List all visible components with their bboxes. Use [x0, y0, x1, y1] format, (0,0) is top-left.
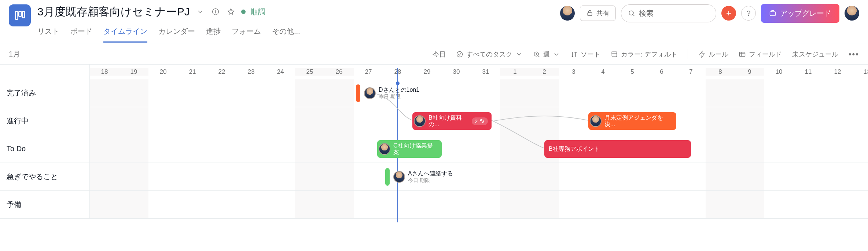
- bolt-icon: [698, 51, 706, 58]
- svg-rect-1: [19, 11, 21, 16]
- member-avatar[interactable]: [560, 6, 575, 21]
- section-label[interactable]: 進行中: [0, 107, 90, 135]
- zoom-icon: [533, 51, 540, 58]
- date-cell: 2: [530, 68, 559, 76]
- search-placeholder: 検索: [639, 8, 654, 18]
- svg-rect-7: [588, 12, 592, 15]
- user-avatar[interactable]: [845, 6, 859, 21]
- info-icon[interactable]: [210, 7, 221, 17]
- section-label[interactable]: To Do: [0, 135, 90, 163]
- date-cell: 21: [178, 68, 207, 76]
- project-title: 3月度既存顧客向けセミナーPJ: [37, 4, 190, 19]
- chevron-down-icon: [515, 51, 523, 58]
- add-button[interactable]: +: [721, 6, 736, 21]
- more-icon[interactable]: •••: [849, 50, 859, 59]
- date-cell: 18: [90, 68, 119, 76]
- briefcase-icon: [769, 10, 776, 17]
- task-monthly-agenda[interactable]: 月末定例アジェンダを決...: [588, 112, 676, 130]
- date-cell: 25: [295, 68, 324, 76]
- tab-3[interactable]: カレンダー: [158, 23, 195, 43]
- date-cell: 24: [266, 68, 295, 76]
- assignee-avatar: [414, 115, 426, 127]
- task-milestone[interactable]: [385, 168, 390, 186]
- divider: [688, 49, 688, 59]
- project-dropdown-icon[interactable]: [195, 7, 205, 17]
- svg-rect-0: [15, 11, 18, 19]
- date-cell: 20: [148, 68, 178, 76]
- tab-5[interactable]: フォーム: [232, 23, 261, 43]
- section-label[interactable]: 予備: [0, 191, 90, 218]
- date-cell: 27: [354, 68, 383, 76]
- svg-point-8: [629, 11, 633, 15]
- date-cell: 12: [823, 68, 852, 76]
- assignee-avatar: [393, 171, 405, 183]
- tab-2[interactable]: タイムライン: [103, 23, 147, 43]
- section-label[interactable]: 完了済み: [0, 79, 90, 107]
- date-cell: 7: [676, 68, 706, 76]
- svg-point-5: [215, 10, 216, 10]
- upgrade-button[interactable]: アップグレード: [761, 4, 839, 23]
- search-input[interactable]: 検索: [621, 4, 716, 22]
- svg-marker-18: [699, 51, 704, 57]
- tab-6[interactable]: その他...: [272, 23, 300, 43]
- unscheduled-button[interactable]: 未スケジュール: [792, 50, 838, 59]
- assignee-avatar: [364, 87, 376, 99]
- task-milestone[interactable]: [356, 84, 360, 102]
- date-cell: 4: [588, 68, 618, 76]
- status-dot-icon: [241, 10, 246, 14]
- date-cell: 10: [764, 68, 794, 76]
- sort-icon: [570, 51, 578, 58]
- filter-button[interactable]: すべてのタスク: [456, 50, 523, 59]
- upgrade-label: アップグレード: [780, 8, 831, 18]
- star-icon[interactable]: [226, 7, 236, 17]
- color-button[interactable]: カラー: デフォルト: [611, 50, 677, 59]
- date-cell: 28: [383, 68, 412, 76]
- tabs: リストボードタイムラインカレンダー進捗フォームその他...: [37, 23, 560, 43]
- lane-canvas[interactable]: B社向け資料の...2 月末定例アジェンダを決...: [90, 107, 868, 135]
- task-b-appointment[interactable]: B社専務アポイント: [544, 140, 691, 158]
- share-button[interactable]: 共有: [580, 6, 616, 21]
- chevron-down-icon: [553, 51, 560, 58]
- fields-button[interactable]: フィールド: [739, 50, 782, 59]
- svg-point-11: [457, 51, 462, 57]
- date-cell: 3: [559, 68, 588, 76]
- date-cell: 23: [236, 68, 266, 76]
- status-label[interactable]: 順調: [251, 7, 265, 17]
- project-icon[interactable]: [9, 4, 31, 26]
- date-cell: 6: [647, 68, 676, 76]
- fields-icon: [739, 51, 746, 58]
- check-circle-icon: [456, 51, 463, 58]
- assignee-avatar: [590, 115, 602, 127]
- lane-canvas[interactable]: Dさんとの1on1昨日 期限: [90, 79, 868, 107]
- today-button[interactable]: 今日: [433, 50, 446, 59]
- task-b-material[interactable]: B社向け資料の...2: [412, 112, 492, 130]
- date-cell: 31: [471, 68, 500, 76]
- rules-button[interactable]: ルール: [698, 50, 728, 59]
- tab-0[interactable]: リスト: [37, 23, 59, 43]
- assignee-avatar: [379, 143, 390, 155]
- svg-line-9: [633, 15, 635, 16]
- zoom-button[interactable]: 週: [533, 50, 560, 59]
- task-a-contact[interactable]: Aさんへ連絡する今日 期限: [392, 168, 487, 186]
- lane-canvas[interactable]: C社向け協業提案B社専務アポイント: [90, 135, 868, 163]
- date-cell: 19: [119, 68, 148, 76]
- tab-4[interactable]: 進捗: [206, 23, 221, 43]
- help-button[interactable]: ?: [741, 6, 756, 21]
- section-label[interactable]: 急ぎでやること: [0, 163, 90, 190]
- date-cell: 22: [207, 68, 236, 76]
- svg-point-23: [482, 121, 484, 123]
- lane-canvas[interactable]: Aさんへ連絡する今日 期限: [90, 163, 868, 190]
- subtask-count: 2: [472, 117, 488, 125]
- tab-1[interactable]: ボード: [70, 23, 92, 43]
- task-d-1on1[interactable]: Dさんとの1on1昨日 期限: [363, 84, 458, 102]
- share-label: 共有: [596, 9, 610, 18]
- svg-rect-17: [612, 52, 617, 54]
- task-c-proposal[interactable]: C社向け協業提案: [377, 140, 442, 158]
- lane-canvas[interactable]: [90, 191, 868, 218]
- date-cell: 1: [500, 68, 530, 76]
- svg-point-22: [480, 119, 482, 121]
- sort-button[interactable]: ソート: [570, 50, 600, 59]
- date-cell: 29: [412, 68, 442, 76]
- date-cell: 11: [794, 68, 823, 76]
- svg-rect-19: [739, 52, 745, 57]
